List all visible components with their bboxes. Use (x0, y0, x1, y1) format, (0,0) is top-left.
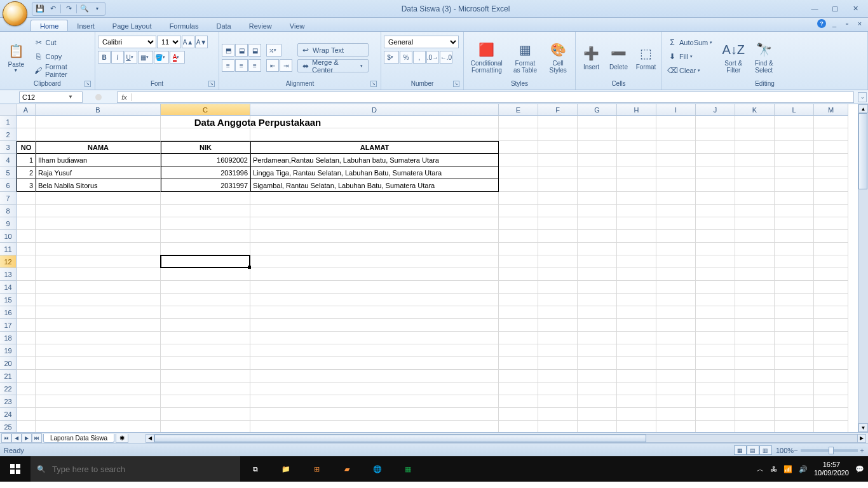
row-header[interactable]: 10 (0, 230, 17, 243)
cell[interactable] (578, 306, 617, 319)
cell[interactable] (250, 128, 499, 141)
cell[interactable] (36, 319, 161, 332)
dialog-launcher-icon[interactable]: ↘ (370, 81, 377, 87)
cell[interactable] (17, 192, 36, 205)
row-header[interactable]: 24 (0, 408, 17, 421)
cell[interactable] (538, 179, 578, 192)
cell[interactable] (499, 319, 538, 332)
cell[interactable] (538, 217, 578, 230)
cell[interactable] (17, 344, 36, 357)
cell[interactable] (696, 370, 735, 383)
tab-insert[interactable]: Insert (68, 20, 104, 31)
minimize-ribbon-icon[interactable]: _ (830, 19, 839, 28)
row-header[interactable]: 9 (0, 217, 17, 230)
fill-button[interactable]: ⬇Fill▾ (665, 50, 717, 64)
cell[interactable] (617, 344, 656, 357)
cell[interactable] (735, 357, 775, 370)
cell[interactable] (617, 230, 656, 243)
cell[interactable] (775, 344, 814, 357)
cell[interactable] (578, 268, 617, 281)
cell[interactable] (250, 395, 499, 408)
volume-icon[interactable]: 🔊 (799, 465, 808, 473)
cell[interactable]: 16092002 (161, 154, 250, 166)
cell[interactable] (735, 243, 775, 255)
cell[interactable] (617, 306, 656, 319)
cell[interactable] (814, 268, 848, 281)
cell[interactable] (814, 192, 848, 205)
cell[interactable] (538, 192, 578, 205)
task-view-button[interactable]: ⧉ (240, 456, 271, 482)
cell[interactable] (735, 344, 775, 357)
cell[interactable] (696, 268, 735, 281)
increase-decimal-button[interactable]: .0→ (426, 51, 439, 64)
row-header[interactable]: 19 (0, 344, 17, 357)
row-header[interactable]: 21 (0, 370, 17, 383)
cell[interactable] (656, 281, 696, 294)
col-header-E[interactable]: E (499, 104, 538, 116)
cell[interactable] (617, 383, 656, 395)
cell[interactable] (696, 319, 735, 332)
cell[interactable] (814, 281, 848, 294)
cell[interactable] (578, 243, 617, 255)
cell[interactable] (735, 268, 775, 281)
cell-styles-button[interactable]: 🎨Cell Styles (543, 35, 573, 78)
cell[interactable] (735, 408, 775, 421)
cell[interactable] (161, 332, 250, 344)
cell[interactable] (578, 205, 617, 217)
cell[interactable] (17, 421, 36, 432)
cell[interactable] (499, 217, 538, 230)
cell[interactable] (578, 154, 617, 166)
taskbar-search[interactable]: 🔍 (31, 456, 240, 482)
cell[interactable] (656, 230, 696, 243)
cell[interactable] (775, 383, 814, 395)
cell[interactable] (814, 141, 848, 154)
cell[interactable] (36, 205, 161, 217)
cell[interactable] (735, 205, 775, 217)
cell[interactable] (656, 243, 696, 255)
cell[interactable] (814, 332, 848, 344)
cut-button[interactable]: ✂Cut (31, 36, 92, 50)
cell[interactable] (617, 408, 656, 421)
tab-view[interactable]: View (281, 20, 314, 31)
row-header[interactable]: 11 (0, 243, 17, 255)
cell[interactable] (617, 154, 656, 166)
format-as-table-button[interactable]: ▦Format as Table (508, 35, 543, 78)
cell[interactable] (656, 217, 696, 230)
cell[interactable]: ALAMAT (250, 141, 499, 154)
align-middle-button[interactable]: ⬓ (235, 44, 248, 57)
cell[interactable] (735, 166, 775, 179)
cell[interactable] (696, 243, 735, 255)
cell[interactable] (250, 281, 499, 294)
sheet-tab[interactable]: Laporan Data Siswa (43, 434, 114, 443)
formula-input[interactable] (132, 93, 853, 101)
cell[interactable]: Perdamean,Rantau Selatan, Labuhan batu, … (250, 154, 499, 166)
cell[interactable] (538, 281, 578, 294)
cell[interactable] (538, 255, 578, 268)
cell[interactable] (696, 154, 735, 166)
fill-color-button[interactable]: 🪣▾ (154, 51, 169, 64)
excel-icon[interactable]: ▦ (393, 456, 423, 482)
cell[interactable] (735, 395, 775, 408)
cell[interactable] (617, 192, 656, 205)
cell[interactable] (617, 319, 656, 332)
cell[interactable] (617, 243, 656, 255)
cell[interactable] (656, 319, 696, 332)
cell[interactable] (814, 230, 848, 243)
cell[interactable] (161, 383, 250, 395)
cell[interactable] (250, 255, 499, 268)
cell[interactable] (499, 332, 538, 344)
cell[interactable] (735, 217, 775, 230)
cell[interactable] (250, 243, 499, 255)
clear-button[interactable]: ⌫Clear▾ (665, 64, 717, 78)
cell[interactable] (538, 370, 578, 383)
cell[interactable] (36, 395, 161, 408)
cell[interactable] (578, 395, 617, 408)
cell[interactable] (499, 281, 538, 294)
cell[interactable] (656, 306, 696, 319)
cell[interactable] (538, 319, 578, 332)
cell[interactable] (499, 255, 538, 268)
cell[interactable] (617, 128, 656, 141)
decrease-decimal-button[interactable]: ←.0 (440, 51, 452, 64)
cell[interactable] (656, 370, 696, 383)
cell[interactable] (814, 383, 848, 395)
